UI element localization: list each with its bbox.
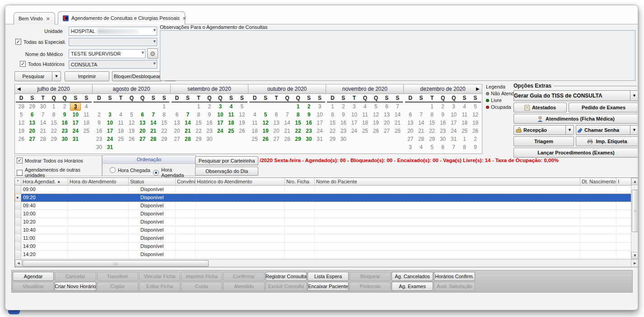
vertical-scroll-thumb[interactable]: ≡ (632, 190, 638, 232)
column-header-conveni[interactable]: Convêni (176, 178, 196, 186)
scroll-left-icon[interactable]: ◀ (15, 260, 22, 267)
calendar-day[interactable]: 3 (448, 103, 459, 111)
calendar-day[interactable]: 20 (172, 127, 182, 135)
calendar-day[interactable]: 28 (148, 135, 159, 143)
calendar-day[interactable]: 26 (370, 127, 381, 135)
calendar-day[interactable]: 29 (159, 135, 169, 143)
calendar-day[interactable]: 15 (48, 119, 59, 127)
pesquisar-carteirinha-button[interactable]: Pesquisar por Carteirinha (195, 156, 258, 165)
calendar-day[interactable]: 7 (448, 143, 459, 151)
calendar-day[interactable]: 29 (193, 135, 204, 143)
calendar-day[interactable]: 19 (370, 119, 381, 127)
calendar-day[interactable]: 25 (249, 135, 260, 143)
calendar-day[interactable]: 7 (392, 103, 403, 111)
calendar-day[interactable]: 15 (327, 119, 338, 127)
calendar-day[interactable]: 24 (349, 127, 359, 135)
calendar-day[interactable]: 13 (137, 119, 148, 127)
calendar-day[interactable]: 8 (193, 111, 204, 119)
calendar-day[interactable]: 26 (16, 135, 27, 143)
calendar-next-icon[interactable]: ▶ (476, 84, 480, 93)
chevron-down-icon[interactable]: ▼ (630, 126, 638, 135)
calendar-day[interactable]: 28 (282, 135, 293, 143)
calendar-day[interactable]: 22 (193, 127, 204, 135)
calendar-day[interactable]: 16 (438, 119, 448, 127)
scroll-right-icon[interactable]: ▶ (631, 259, 638, 267)
calendar-day[interactable]: 11 (115, 119, 126, 127)
table-row[interactable]: 10:20Disponível (15, 218, 638, 226)
calendar-day[interactable]: 16 (338, 119, 349, 127)
calendar-day[interactable]: 30 (204, 135, 215, 143)
hora-agendada-radio[interactable]: Hora Agendada (153, 167, 196, 178)
calendar-day[interactable]: 9 (438, 111, 448, 119)
calendar-day[interactable]: 10 (215, 111, 226, 119)
calendar-day[interactable]: 10 (448, 111, 459, 119)
calendar-day[interactable]: 2 (303, 103, 314, 111)
calendar-day[interactable]: 2 (204, 103, 215, 111)
calendar-day[interactable]: 20 (271, 127, 282, 135)
calendar-day[interactable]: 15 (193, 119, 204, 127)
calendar-day[interactable]: 31 (70, 135, 81, 143)
scroll-down-icon[interactable]: ▼ (631, 252, 638, 259)
chamar-senha-button[interactable]: Chamar Senha ▼ (576, 125, 638, 135)
table-row[interactable]: 10:00Disponível (15, 210, 638, 218)
action-ag-exames[interactable]: Ag. Exames (392, 282, 433, 291)
calendar-day[interactable]: 25 (81, 127, 92, 135)
todos-historicos-checkbox[interactable]: ✓ Todos Históricos (20, 61, 65, 67)
calendar-day[interactable]: 5 (260, 111, 271, 119)
calendar-day[interactable]: 3 (405, 143, 416, 151)
calendar-day[interactable]: 23 (438, 127, 448, 135)
action-ag-cancelados[interactable]: Ag. Cancelados (392, 272, 433, 281)
bloquear-desbloquear-button[interactable]: Bloquer/Desbloquear (112, 71, 162, 81)
calendar-day[interactable]: 25 (226, 127, 237, 135)
calendar-day[interactable]: 21 (148, 127, 159, 135)
calendar-day[interactable]: 12 (260, 119, 271, 127)
calendar-day[interactable]: 3 (215, 103, 226, 111)
calendar-day[interactable]: 27 (137, 135, 148, 143)
calendar-day[interactable]: 26 (470, 127, 481, 135)
column-header-i[interactable]: I (616, 178, 631, 186)
column-header-indicator[interactable]: * (15, 178, 21, 186)
calendar-day[interactable]: 7 (182, 111, 193, 119)
todas-especialidades-checkbox[interactable]: ✓ Todas as Especiali. (15, 39, 66, 45)
calendar-day[interactable]: 31 (104, 143, 115, 151)
calendar-day[interactable]: 26 (126, 135, 137, 143)
calendar-day[interactable]: 26 (237, 127, 247, 135)
calendar-day[interactable]: 1 (427, 103, 438, 111)
calendar-prev-icon[interactable]: ◀ (17, 84, 21, 93)
scroll-up-icon[interactable]: ▲ (631, 178, 638, 185)
column-header-nome-do-paciente[interactable]: Nome do Paciente (315, 178, 580, 186)
calendar-day[interactable]: 18 (115, 127, 126, 135)
calendar-day[interactable]: 15 (159, 119, 169, 127)
calendar-day[interactable]: 27 (405, 135, 416, 143)
calendar-day[interactable]: 1 (459, 135, 470, 143)
observacoes-textarea[interactable] (160, 30, 635, 81)
calendar-day[interactable]: 29 (48, 135, 59, 143)
calendar-day[interactable]: 9 (93, 119, 104, 127)
calendar-day[interactable]: 8 (459, 143, 470, 151)
calendar-day[interactable]: 22 (327, 127, 338, 135)
calendar-day[interactable]: 12 (237, 111, 247, 119)
calendar-day[interactable]: 16 (59, 119, 70, 127)
calendar-day[interactable]: 12 (126, 119, 137, 127)
calendar-day[interactable]: 21 (416, 127, 427, 135)
calendar-day[interactable]: 30 (93, 143, 104, 151)
calendar-day[interactable]: 29 (293, 135, 303, 143)
table-row[interactable]: 10:40Disponível (15, 226, 638, 234)
action-criar-novo-horario[interactable]: Criar Novo Horário (55, 282, 96, 291)
calendar-day[interactable]: 1 (327, 103, 338, 111)
nome-medico-combo[interactable]: TESTE SUPERVISOR ▼ (69, 49, 145, 58)
calendar-day[interactable]: 27 (271, 135, 282, 143)
calendar-day[interactable]: 13 (381, 111, 392, 119)
column-header-dt-nascimento[interactable]: Dt. Nascimento (580, 178, 616, 186)
pesquisar-button[interactable]: Pesquisar (14, 71, 52, 81)
calendar-day[interactable]: 1 (159, 103, 169, 111)
calendar-day[interactable]: 18 (459, 119, 470, 127)
lancar-procedimentos-button[interactable]: Lançar Procedimentos (Exames) (513, 148, 638, 158)
calendar-day[interactable]: 4 (115, 111, 126, 119)
calendar-day[interactable]: 8 (159, 111, 169, 119)
column-header-hora-do-atendimento[interactable]: Hora do Atendimento (68, 178, 129, 186)
calendar-day[interactable]: 22 (293, 127, 303, 135)
action-encaixar-paciente[interactable]: Encaixar Paciente (308, 282, 349, 291)
calendar-day[interactable]: 17 (448, 119, 459, 127)
calendar-day[interactable]: 15 (427, 119, 438, 127)
